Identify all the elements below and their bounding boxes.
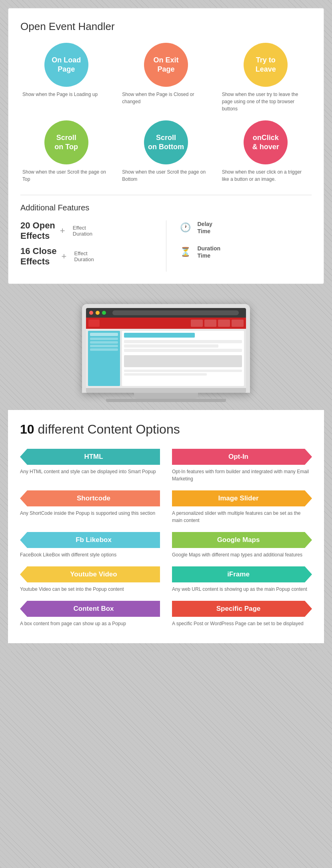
feature-duration-row: ⏳ DurationTime: [178, 245, 312, 259]
badge-body-youtube: Youtube Video: [27, 566, 160, 582]
circle-on-load-desc: Show when the Page is Loading up: [20, 91, 112, 98]
content-desc-fb-likebox: FaceBook LikeBox with different style op…: [20, 551, 160, 558]
content-item-fb-likebox: Fb Likebox FaceBook LikeBox with differe…: [20, 532, 160, 558]
circle-on-exit-label: On ExitPage: [153, 56, 178, 74]
feature-row-close: 16 CloseEffects + EffectDuration: [20, 246, 158, 267]
feature-open-plus: +: [60, 226, 68, 236]
circle-item-on-load: On LoadPage Show when the Page is Loadin…: [20, 43, 112, 112]
circle-item-try-leave: Try toLeave Show when the user try to le…: [220, 43, 312, 112]
content-badge-specific-page: Specific Page: [172, 601, 312, 617]
circle-on-load-label: On LoadPage: [52, 56, 81, 74]
features-grid: 20 OpenEffects + EffectDuration 16 Close…: [20, 220, 312, 272]
laptop-stand: [134, 393, 198, 399]
laptop-base: [86, 388, 246, 393]
badge-arrow-html: [20, 449, 27, 465]
circle-scroll-top-label: Scrollon Top: [54, 133, 78, 152]
laptop-screen: [86, 308, 246, 388]
circle-onclick-desc: Show when the user click on a trigger li…: [220, 168, 312, 183]
content-item-shortcode: Shortcode Any ShortCode inside the Popup…: [20, 490, 160, 524]
circle-scroll-bottom: Scrollon Bottom: [144, 120, 188, 164]
hourglass-icon: ⏳: [178, 245, 193, 259]
feature-open-number: 20 OpenEffects: [20, 220, 55, 241]
content-desc-optin: Opt-In features with form builder and in…: [172, 468, 312, 482]
content-options-title-rest: different Content Options: [34, 422, 180, 436]
laptop-foot: [106, 399, 226, 402]
page-wrapper: Open Event Handler On LoadPage Show when…: [0, 0, 332, 651]
features-right: 🕐 DelayTime ⏳ DurationTime: [166, 220, 312, 272]
badge-arrow-image-slider: [305, 490, 312, 506]
circle-on-exit: On ExitPage: [144, 43, 188, 87]
content-desc-content-box: A box content from page can show up as a…: [20, 620, 160, 627]
circle-try-leave-desc: Show when the user try to leave the page…: [220, 91, 312, 112]
circle-scroll-top: Scrollon Top: [44, 120, 88, 164]
badge-arrow-optin: [305, 449, 312, 465]
content-desc-image-slider: A personalized slider with multiple feat…: [172, 510, 312, 524]
content-badge-optin: Opt-In: [172, 449, 312, 465]
laptop-screen-inner: [86, 308, 246, 388]
badge-arrow-iframe: [305, 566, 312, 582]
content-badge-fb-likebox: Fb Likebox: [20, 532, 160, 548]
content-badge-image-slider: Image Slider: [172, 490, 312, 506]
circle-try-leave: Try toLeave: [244, 43, 288, 87]
badge-body-optin: Opt-In: [172, 449, 305, 465]
content-badge-youtube: Youtube Video: [20, 566, 160, 582]
event-handler-title: Open Event Handler: [20, 20, 312, 33]
badge-body-image-slider: Image Slider: [172, 490, 305, 506]
content-desc-specific-page: A specific Post or WordPress Page can be…: [172, 620, 312, 627]
content-desc-html: Any HTML content and style can be displa…: [20, 468, 160, 475]
feature-close-number: 16 CloseEffects: [20, 246, 57, 267]
content-options-number: 10: [20, 422, 34, 436]
circle-on-exit-desc: Show when the Page is Closed or changed: [120, 91, 212, 105]
additional-features-title: Additional Features: [20, 203, 312, 212]
circle-item-scroll-top: Scrollon Top Show when the user Scroll t…: [20, 120, 112, 183]
feature-delay-row: 🕐 DelayTime: [178, 220, 312, 235]
content-item-content-box: Content Box A box content from page can …: [20, 601, 160, 627]
badge-body-shortcode: Shortcode: [27, 490, 160, 506]
content-options-section: 10 different Content Options HTML Any HT…: [8, 410, 324, 643]
content-item-specific-page: Specific Page A specific Post or WordPre…: [172, 601, 312, 627]
circle-item-onclick: onClick& hover Show when the user click …: [220, 120, 312, 183]
badge-arrow-specific-page: [305, 601, 312, 617]
content-desc-shortcode: Any ShortCode inside the Popup is suppor…: [20, 510, 160, 517]
circle-onclick-label: onClick& hover: [252, 133, 279, 152]
feature-close-label: EffectDuration: [74, 250, 94, 262]
feature-row-open: 20 OpenEffects + EffectDuration: [20, 220, 158, 241]
content-badge-html: HTML: [20, 449, 160, 465]
content-item-youtube: Youtube Video Youtube Video can be set i…: [20, 566, 160, 593]
content-item-iframe: iFrame Any web URL content is showing up…: [172, 566, 312, 593]
badge-arrow-shortcode: [20, 490, 27, 506]
content-item-optin: Opt-In Opt-In features with form builder…: [172, 449, 312, 482]
badge-body-iframe: iFrame: [172, 566, 305, 582]
feature-open-label: EffectDuration: [73, 225, 92, 237]
circle-on-load: On LoadPage: [44, 43, 88, 87]
section-divider: [20, 195, 312, 195]
laptop-section: [8, 296, 324, 410]
badge-body-fb-likebox: Fb Likebox: [27, 532, 160, 548]
badge-body-specific-page: Specific Page: [172, 601, 305, 617]
content-desc-iframe: Any web URL content is showing up as the…: [172, 586, 312, 593]
content-badge-iframe: iFrame: [172, 566, 312, 582]
features-left: 20 OpenEffects + EffectDuration 16 Close…: [20, 220, 166, 272]
circle-item-scroll-bottom: Scrollon Bottom Show when the user Scrol…: [120, 120, 212, 183]
content-item-html: HTML Any HTML content and style can be d…: [20, 449, 160, 482]
badge-body-google-maps: Google Maps: [172, 532, 305, 548]
feature-delay-label: DelayTime: [198, 221, 212, 234]
feature-close-plus: +: [62, 251, 70, 262]
content-grid: HTML Any HTML content and style can be d…: [20, 449, 312, 627]
circle-onclick: onClick& hover: [244, 120, 288, 164]
content-desc-google-maps: Google Maps with different map types and…: [172, 551, 312, 558]
clock-icon: 🕐: [178, 220, 193, 235]
circle-scroll-top-desc: Show when the user Scroll the page on To…: [20, 168, 112, 183]
circles-grid: On LoadPage Show when the Page is Loadin…: [20, 43, 312, 183]
circle-try-leave-label: Try toLeave: [256, 56, 276, 74]
content-badge-shortcode: Shortcode: [20, 490, 160, 506]
feature-duration-label: DurationTime: [198, 245, 221, 259]
content-options-title: 10 different Content Options: [20, 422, 312, 437]
content-badge-google-maps: Google Maps: [172, 532, 312, 548]
content-desc-youtube: Youtube Video can be set into the Popup …: [20, 586, 160, 593]
content-item-image-slider: Image Slider A personalized slider with …: [172, 490, 312, 524]
content-badge-content-box: Content Box: [20, 601, 160, 617]
event-handler-card: Open Event Handler On LoadPage Show when…: [8, 8, 324, 284]
badge-arrow-fb-likebox: [20, 532, 27, 548]
circle-item-on-exit: On ExitPage Show when the Page is Closed…: [120, 43, 212, 112]
